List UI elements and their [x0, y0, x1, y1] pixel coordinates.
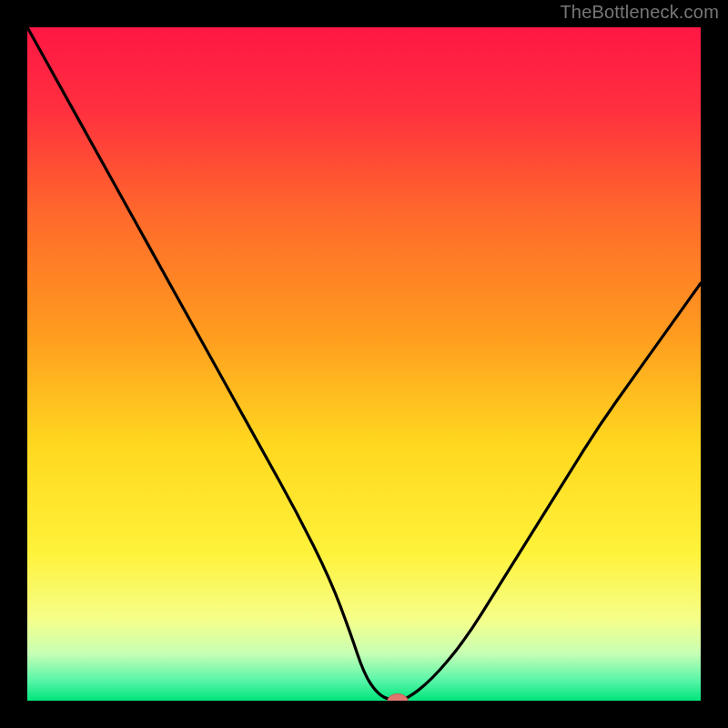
plot-area — [27, 27, 701, 701]
gradient-rect — [27, 27, 701, 701]
watermark-label: TheBottleneck.com — [560, 2, 719, 23]
plot-svg — [27, 27, 701, 701]
chart-frame: TheBottleneck.com — [0, 0, 728, 728]
